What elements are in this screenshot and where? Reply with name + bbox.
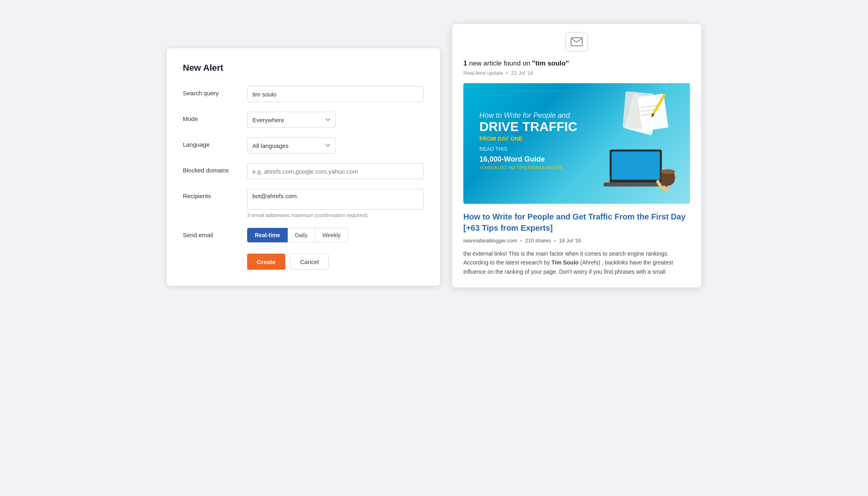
create-button[interactable]: Create: [247, 254, 285, 270]
svg-point-11: [661, 169, 675, 174]
mode-row: Mode Everywhere Title only URL only: [183, 112, 424, 128]
svg-rect-8: [612, 152, 660, 180]
blocked-domains-label: Blocked domains: [183, 163, 247, 174]
email-preview-card: 1 new article found on "tim soulo" Real-…: [452, 24, 701, 287]
article-title[interactable]: How to Write for People and Get Traffic …: [463, 211, 690, 234]
new-alert-card: New Alert Search query Mode Everywhere T…: [167, 48, 440, 286]
article-image: How to Write for People and DRIVE TRAFFI…: [463, 83, 690, 204]
image-line5: +CHECKLIST +62 TIPS FROM EXPERTS: [479, 165, 577, 170]
article-excerpt: the external links! This is the main fac…: [463, 249, 690, 276]
image-line3: FROM DAY ONE: [479, 135, 577, 142]
card-title: New Alert: [183, 63, 424, 73]
email-subject: 1 new article found on "tim soulo": [463, 59, 690, 68]
email-date: 22 Jul '16: [511, 70, 533, 76]
article-count: 1: [463, 59, 467, 67]
recipients-hint: 3 email addresses maximum (confirmation …: [247, 212, 424, 218]
email-icon-wrapper: [452, 24, 701, 51]
article-source: iwannabeablogger.com: [463, 238, 517, 244]
email-icon: [571, 37, 583, 46]
meta-dot-2: [520, 240, 522, 242]
update-type: Real-time update: [463, 70, 503, 76]
article-date: 18 Jul '16: [559, 238, 581, 244]
mode-label: Mode: [183, 112, 247, 122]
recipients-label: Recipients: [183, 189, 247, 199]
article-shares: 210 shares: [525, 238, 551, 244]
weekly-button[interactable]: Weekly: [315, 228, 348, 242]
article-decor-svg: [602, 89, 682, 198]
send-email-buttons: Real-time Daily Weekly: [247, 228, 348, 242]
mode-select[interactable]: Everywhere Title only URL only: [247, 112, 336, 128]
email-meta: Real-time update 22 Jul '16: [463, 70, 690, 76]
send-email-label: Send email: [183, 228, 247, 238]
language-row: Language All languages English Spanish F…: [183, 137, 424, 154]
blocked-domains-input[interactable]: [247, 163, 424, 179]
email-preview-body: 1 new article found on "tim soulo" Real-…: [452, 51, 701, 287]
action-row: Create Cancel: [247, 254, 424, 270]
article-image-decor: [602, 87, 682, 200]
search-query-input[interactable]: [247, 86, 424, 102]
image-read-this: READ THIS: [479, 146, 577, 152]
image-line4: 16,000-Word Guide: [479, 155, 577, 164]
cancel-button[interactable]: Cancel: [290, 254, 329, 270]
image-line1: How to Write for People and: [479, 111, 577, 120]
subject-text: new article found on: [469, 59, 532, 67]
search-query-row: Search query: [183, 86, 424, 102]
subject-query: "tim soulo": [532, 59, 569, 67]
email-icon-box: [565, 32, 588, 51]
image-line2: DRIVE TRAFFIC: [479, 120, 577, 134]
blocked-domains-row: Blocked domains: [183, 163, 424, 179]
meta-dot: [506, 72, 508, 74]
article-image-text: How to Write for People and DRIVE TRAFFI…: [479, 111, 577, 170]
svg-rect-0: [571, 38, 582, 46]
author-highlight: Tim Soulo: [551, 259, 578, 266]
recipients-wrapper: bot@ahrefs.com 3 email addresses maximum…: [247, 189, 424, 218]
recipients-input[interactable]: bot@ahrefs.com: [247, 189, 424, 210]
realtime-button[interactable]: Real-time: [247, 228, 288, 242]
meta-dot-3: [554, 240, 556, 242]
language-label: Language: [183, 137, 247, 148]
send-email-row: Send email Real-time Daily Weekly: [183, 228, 424, 242]
article-meta: iwannabeablogger.com 210 shares 18 Jul '…: [463, 238, 690, 244]
language-select[interactable]: All languages English Spanish French Ger…: [247, 137, 336, 154]
search-query-label: Search query: [183, 86, 247, 96]
recipients-row: Recipients bot@ahrefs.com 3 email addres…: [183, 189, 424, 218]
daily-button[interactable]: Daily: [288, 228, 315, 242]
